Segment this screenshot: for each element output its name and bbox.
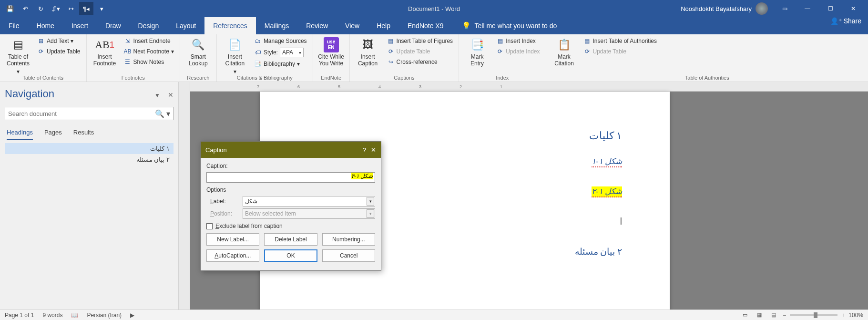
manage-sources-button[interactable]: 🗂Manage Sources	[252, 36, 309, 46]
touch-icon[interactable]: ↦	[64, 2, 78, 15]
bibliography-label: Bibliography	[264, 61, 295, 67]
autocaption-button[interactable]: AutoCaption...	[206, 249, 259, 262]
update-toa-button: ⟳Update Table	[582, 47, 659, 56]
macro-icon[interactable]: ▶	[130, 312, 134, 319]
show-notes-button[interactable]: ☰Show Notes	[122, 57, 176, 67]
chevron-down-icon: ▾	[367, 197, 374, 206]
insert-index-button[interactable]: ▤Insert Index	[494, 36, 541, 46]
exclude-checkbox[interactable]: Exclude label from caption	[206, 223, 375, 229]
update-tof-label: Update Table	[397, 48, 430, 55]
minimize-icon[interactable]: ―	[797, 2, 818, 15]
zoom-level[interactable]: 100%	[848, 312, 863, 319]
tab-references[interactable]: References	[204, 17, 256, 34]
tab-help[interactable]: Help	[368, 17, 399, 34]
search-icon[interactable]: 🔍 ▾	[155, 109, 170, 118]
insert-toa-button[interactable]: ▤Insert Table of Authorities	[582, 36, 659, 46]
insert-caption-button[interactable]: 🖼 Insert Caption	[354, 36, 382, 67]
numbering-button[interactable]: Numbering...	[322, 233, 375, 246]
paragraph-marks-icon[interactable]: ¶◂	[79, 2, 93, 15]
insert-footnote-button[interactable]: AB1 Insert Footnote	[91, 36, 119, 67]
dialog-titlebar: Caption ? ✕	[201, 142, 381, 158]
style-select[interactable]: APA	[280, 48, 304, 57]
caption-input[interactable]: شکل ۱-۳	[206, 172, 375, 183]
smart-lookup-button[interactable]: 🔍 Smart Lookup	[184, 36, 213, 67]
tab-design[interactable]: Design	[130, 17, 168, 34]
insert-citation-button[interactable]: 📄 Insert Citation▾	[221, 36, 249, 75]
insert-tof-button[interactable]: ▤Insert Table of Figures	[385, 36, 455, 46]
dialog-help-icon[interactable]: ?	[363, 146, 366, 154]
mark-citation-button[interactable]: 📋 Mark Citation	[550, 36, 579, 67]
main: Navigation ▼ ✕ 🔍 ▾ Headings Pages Result…	[0, 82, 868, 310]
view-print-icon[interactable]: ▦	[754, 311, 765, 320]
tab-mailings[interactable]: Mailings	[256, 17, 297, 34]
tab-review[interactable]: Review	[297, 17, 337, 34]
share-button[interactable]: 👤⁺ Share	[830, 17, 861, 25]
cancel-button[interactable]: Cancel	[322, 249, 375, 262]
close-icon[interactable]: ✕	[842, 2, 864, 15]
status-language[interactable]: Persian (Iran)	[87, 312, 122, 319]
ruler-tick: 3	[419, 84, 421, 89]
tab-endnote[interactable]: EndNote X9	[399, 17, 452, 34]
tab-layout[interactable]: Layout	[167, 17, 204, 34]
label-combo[interactable]: شکل ▾	[243, 196, 375, 206]
cross-reference-button[interactable]: ↪Cross-reference	[385, 57, 455, 67]
ribbon-display-icon[interactable]: ▭	[774, 2, 796, 15]
tab-file[interactable]: File	[0, 17, 28, 34]
tab-view[interactable]: View	[337, 17, 368, 34]
position-value: Below selected item	[245, 210, 296, 217]
new-label-button[interactable]: New Label...	[206, 233, 259, 246]
nav-tab-pages[interactable]: Pages	[44, 129, 62, 140]
save-icon[interactable]: 💾	[3, 2, 17, 15]
update-toc-button[interactable]: ⟳Update Table	[35, 47, 82, 56]
style-value: APA	[282, 49, 293, 56]
insert-endnote-button[interactable]: ⇲Insert Endnote	[122, 36, 176, 46]
customize-icon[interactable]: ⇵▾	[49, 2, 63, 15]
nav-dropdown-icon[interactable]: ▼	[154, 92, 160, 99]
add-text-button[interactable]: ⊞Add Text ▾	[35, 36, 82, 46]
nav-tab-headings[interactable]: Headings	[7, 129, 33, 140]
delete-label-button[interactable]: Delete Label	[264, 233, 317, 246]
search-box[interactable]: 🔍 ▾	[5, 107, 174, 120]
title-right: Nooshdokht Bayatafshary ▭ ― ☐ ✕	[681, 2, 864, 15]
insert-footnote-label: Insert Footnote	[93, 53, 116, 67]
zoom-slider[interactable]	[790, 314, 837, 316]
mark-entry-button[interactable]: 📑 Mark Entry	[463, 36, 491, 67]
nav-tab-results[interactable]: Results	[73, 129, 94, 140]
toc-button[interactable]: ▤ Table of Contents▾	[4, 36, 32, 75]
undo-icon[interactable]: ↶	[18, 2, 32, 15]
tab-insert[interactable]: Insert	[63, 17, 97, 34]
group-footnotes-label: Footnotes	[91, 75, 176, 82]
search-input[interactable]	[8, 110, 155, 117]
next-footnote-button[interactable]: ABNext Footnote ▾	[122, 47, 176, 56]
tell-me[interactable]: 💡 Tell me what you want to do	[462, 17, 557, 34]
ok-button[interactable]: OK	[264, 249, 318, 262]
manage-sources-icon: 🗂	[254, 37, 262, 45]
tab-draw[interactable]: Draw	[97, 17, 130, 34]
show-notes-icon: ☰	[124, 58, 132, 66]
nav-close-icon[interactable]: ✕	[168, 91, 174, 99]
group-citations: 📄 Insert Citation▾ 🗂Manage Sources 🏷 Sty…	[217, 34, 313, 82]
status-words[interactable]: 9 words	[42, 312, 62, 319]
view-read-icon[interactable]: ▭	[740, 311, 750, 320]
view-web-icon[interactable]: ▤	[768, 311, 779, 320]
bibliography-button[interactable]: 📑Bibliography ▾	[252, 59, 309, 69]
dialog-close-icon[interactable]: ✕	[371, 146, 376, 154]
tab-home[interactable]: Home	[28, 17, 63, 34]
redo-icon[interactable]: ↻	[33, 2, 48, 15]
zoom-out-icon[interactable]: −	[783, 312, 786, 319]
nav-item[interactable]: ۱ کلیات	[5, 143, 174, 154]
avatar[interactable]	[756, 2, 768, 15]
qat-more-icon[interactable]: ▾	[94, 2, 109, 15]
chevron-down-icon: ▾	[367, 209, 374, 218]
tell-me-label: Tell me what you want to do	[475, 22, 557, 30]
checkbox-icon	[206, 223, 213, 229]
cite-while-write-button[interactable]: useEN Cite While You Write	[317, 36, 346, 67]
nav-item[interactable]: ۲ بیان مسئله	[5, 154, 174, 165]
ruler-tick: 4	[378, 84, 381, 89]
spellcheck-icon[interactable]: 📖	[71, 312, 78, 319]
zoom-in-icon[interactable]: +	[841, 312, 845, 319]
status-page[interactable]: Page 1 of 1	[5, 312, 34, 319]
ruler-tick: 7	[257, 84, 259, 89]
dialog-title: Caption	[205, 146, 227, 154]
maximize-icon[interactable]: ☐	[819, 2, 841, 15]
